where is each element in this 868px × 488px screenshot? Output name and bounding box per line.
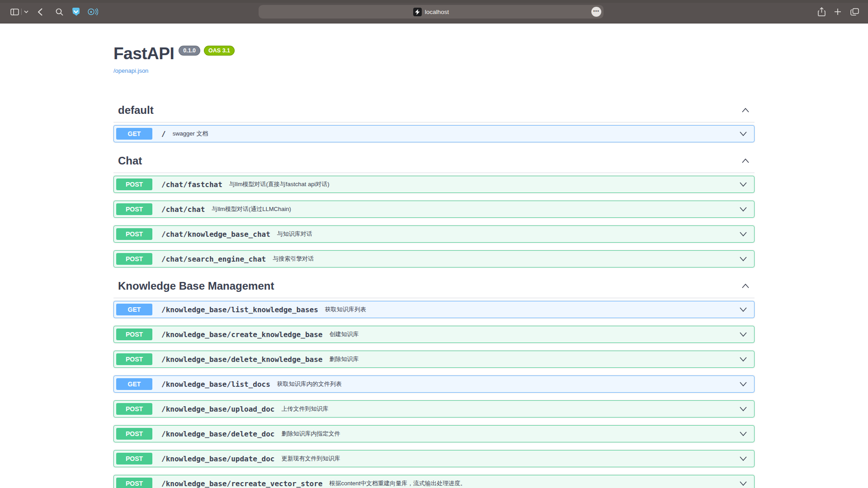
section-chat: Chat POST /chat/fastchat 与llm模型对话(直接与fas… — [113, 150, 755, 267]
endpoint-summary: 与llm模型对话(通过LLMChain) — [212, 205, 291, 213]
api-info: FastAPI 0.1.0 OAS 3.1 /openapi.json — [113, 45, 755, 75]
page-settings-ellipsis-icon[interactable]: ••• — [591, 7, 601, 17]
endpoint-summary: 与知识库对话 — [277, 230, 312, 238]
method-badge: POST — [116, 453, 152, 465]
endpoint-row[interactable]: GET /knowledge_base/list_knowledge_bases… — [113, 301, 755, 318]
chevron-up-icon — [742, 284, 749, 288]
endpoint-row[interactable]: POST /knowledge_base/update_doc 更新现有文件到知… — [113, 450, 755, 467]
chevron-down-icon[interactable] — [740, 382, 747, 386]
endpoint-path: /knowledge_base/recreate_vector_store — [161, 479, 322, 488]
fastapi-favicon-icon — [413, 8, 422, 16]
endpoint-row[interactable]: POST /knowledge_base/upload_doc 上传文件到知识库 — [113, 400, 755, 418]
method-badge: GET — [116, 304, 152, 315]
chevron-down-icon[interactable] — [740, 182, 747, 187]
address-bar[interactable]: localhost ••• — [259, 5, 604, 19]
method-badge: POST — [116, 428, 152, 440]
endpoint-path: /knowledge_base/list_knowledge_bases — [161, 305, 318, 314]
page-title: FastAPI — [113, 45, 174, 62]
chevron-up-icon — [742, 159, 749, 163]
chevron-up-icon — [742, 108, 749, 113]
extension-pinned-icon[interactable] — [71, 0, 81, 23]
search-icon[interactable] — [55, 0, 64, 23]
section-header-default[interactable]: default — [113, 99, 755, 122]
endpoint-path: / — [161, 130, 166, 138]
endpoint-row[interactable]: POST /knowledge_base/create_knowledge_ba… — [113, 326, 755, 343]
endpoint-path: /chat/fastchat — [161, 180, 222, 189]
method-badge: POST — [116, 253, 152, 265]
chevron-down-icon[interactable] — [740, 481, 747, 486]
endpoint-row[interactable]: POST /chat/search_engine_chat 与搜索引擎对话 — [113, 250, 755, 267]
endpoint-summary: 根据content中文档重建向量库，流式输出处理进度。 — [329, 479, 466, 488]
endpoint-path: /chat/knowledge_base_chat — [161, 230, 270, 239]
section-title: default — [118, 104, 154, 117]
endpoint-path: /knowledge_base/delete_knowledge_base — [161, 355, 322, 364]
endpoint-path: /knowledge_base/list_docs — [161, 380, 270, 389]
chevron-down-icon[interactable] — [740, 207, 747, 211]
chevron-down-icon[interactable] — [23, 0, 29, 23]
endpoint-summary: 删除知识库内指定文件 — [281, 430, 340, 438]
section-header-knowledge-base-management[interactable]: Knowledge Base Management — [113, 275, 755, 298]
endpoint-path: /knowledge_base/delete_doc — [161, 430, 274, 438]
endpoint-path: /knowledge_base/upload_doc — [161, 405, 274, 413]
chevron-down-icon[interactable] — [740, 432, 747, 436]
chevron-down-icon[interactable] — [740, 131, 747, 136]
version-badge: 0.1.0 — [179, 46, 200, 56]
method-badge: POST — [116, 203, 152, 215]
sidebar-toggle-icon[interactable] — [9, 0, 20, 23]
method-badge: GET — [116, 378, 152, 390]
method-badge: POST — [116, 328, 152, 340]
browser-toolbar: localhost ••• — [0, 0, 868, 23]
endpoint-summary: 获取知识库列表 — [325, 305, 366, 314]
method-badge: POST — [116, 228, 152, 240]
swagger-ui-page: FastAPI 0.1.0 OAS 3.1 /openapi.json defa… — [113, 23, 755, 488]
section-title: Chat — [118, 155, 142, 167]
method-badge: POST — [116, 403, 152, 415]
chevron-down-icon[interactable] — [740, 332, 747, 337]
back-icon[interactable] — [37, 0, 44, 23]
oas-badge: OAS 3.1 — [204, 46, 235, 56]
chevron-down-icon[interactable] — [740, 407, 747, 411]
toolbar-divider — [21, 9, 22, 15]
chevron-down-icon[interactable] — [740, 257, 747, 261]
url-text: localhost — [425, 9, 449, 15]
endpoint-path: /knowledge_base/create_knowledge_base — [161, 330, 322, 339]
section-default: default GET / swagger 文档 — [113, 99, 755, 142]
endpoint-summary: 上传文件到知识库 — [281, 405, 328, 413]
endpoint-row[interactable]: GET /knowledge_base/list_docs 获取知识库内的文件列… — [113, 375, 755, 393]
endpoint-path: /chat/search_engine_chat — [161, 255, 266, 263]
endpoint-summary: 与llm模型对话(直接与fastchat api对话) — [229, 180, 330, 188]
endpoint-row[interactable]: POST /knowledge_base/delete_knowledge_ba… — [113, 351, 755, 368]
endpoint-summary: 更新现有文件到知识库 — [281, 455, 340, 463]
endpoint-row[interactable]: POST /chat/knowledge_base_chat 与知识库对话 — [113, 225, 755, 243]
endpoint-summary: 与搜索引擎对话 — [273, 255, 314, 263]
share-icon[interactable] — [816, 0, 826, 23]
endpoint-path: /chat/chat — [161, 205, 205, 214]
chevron-down-icon[interactable] — [740, 456, 747, 461]
extension-rings-icon[interactable] — [87, 0, 98, 23]
chevron-down-icon[interactable] — [740, 357, 747, 361]
section-title: Knowledge Base Management — [118, 280, 274, 292]
endpoint-row[interactable]: POST /knowledge_base/recreate_vector_sto… — [113, 475, 755, 488]
endpoint-summary: swagger 文档 — [173, 130, 208, 138]
new-tab-icon[interactable] — [833, 0, 842, 23]
chevron-down-icon[interactable] — [740, 307, 747, 312]
endpoint-summary: 创建知识库 — [329, 330, 359, 338]
endpoint-path: /knowledge_base/update_doc — [161, 455, 274, 463]
method-badge: POST — [116, 478, 152, 488]
method-badge: GET — [116, 128, 152, 140]
tabs-overview-icon[interactable] — [849, 0, 859, 23]
openapi-spec-link[interactable]: /openapi.json — [113, 67, 148, 74]
section-knowledge-base-management: Knowledge Base Management GET /knowledge… — [113, 275, 755, 488]
chevron-down-icon[interactable] — [740, 232, 747, 236]
endpoint-summary: 删除知识库 — [329, 355, 359, 363]
section-header-chat[interactable]: Chat — [113, 150, 755, 173]
endpoint-row[interactable]: POST /chat/fastchat 与llm模型对话(直接与fastchat… — [113, 176, 755, 193]
endpoint-row[interactable]: POST /chat/chat 与llm模型对话(通过LLMChain) — [113, 201, 755, 218]
endpoint-row[interactable]: GET / swagger 文档 — [113, 125, 755, 142]
endpoint-summary: 获取知识库内的文件列表 — [277, 380, 342, 388]
method-badge: POST — [116, 178, 152, 190]
method-badge: POST — [116, 353, 152, 365]
endpoint-row[interactable]: POST /knowledge_base/delete_doc 删除知识库内指定… — [113, 425, 755, 442]
